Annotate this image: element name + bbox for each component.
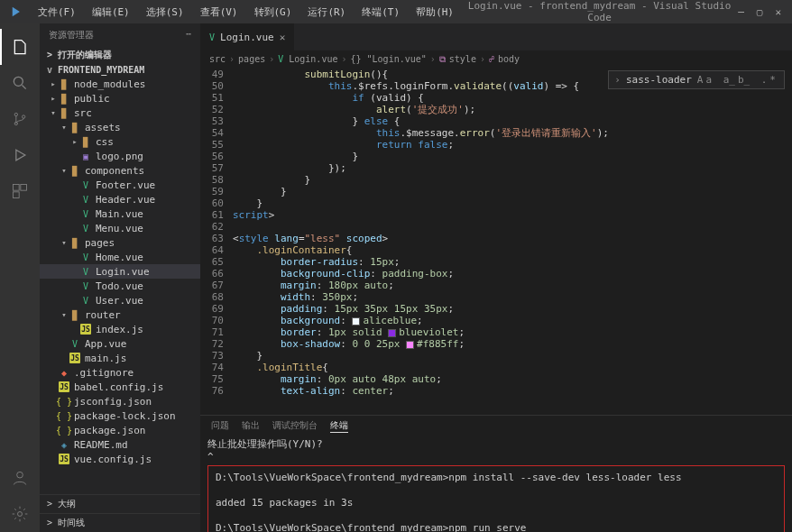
menu-file[interactable]: 文件(F) [31, 3, 83, 22]
branch-icon [11, 110, 29, 128]
activity-scm[interactable] [0, 101, 40, 137]
tree-item-package-json[interactable]: { }package.json [40, 423, 200, 437]
tree-item-main-js[interactable]: JSmain.js [40, 351, 200, 365]
title-bar: 文件(F) 编辑(E) 选择(S) 查看(V) 转到(G) 运行(R) 终端(T… [0, 0, 792, 23]
activity-explorer[interactable] [0, 29, 40, 65]
activity-settings[interactable] [0, 496, 40, 532]
editor-body[interactable]: 49 50 51 52 53 54 55 56 57 58 59 60 61 6… [200, 69, 792, 415]
close-icon[interactable]: ✕ [775, 6, 781, 18]
more-icon[interactable]: ⋯ [186, 29, 191, 41]
file-tree: ▸▉node_modules▸▉public▾▉src▾▉assets▸▉css… [40, 77, 200, 494]
tree-item-vue-config[interactable]: JSvue.config.js [40, 452, 200, 466]
activity-account[interactable] [0, 460, 40, 496]
breadcrumb[interactable]: src› pages› VLogin.vue› {} "Login.vue"› … [200, 50, 792, 69]
gear-icon [11, 505, 29, 523]
sidebar-title: 资源管理器⋯ [40, 23, 200, 47]
menu-bar: 文件(F) 编辑(E) 选择(S) 查看(V) 转到(G) 运行(R) 终端(T… [31, 3, 461, 22]
find-options[interactable]: Aa a̲b̲ .* [697, 74, 778, 86]
vue-icon: V [209, 32, 215, 42]
tree-item-header-vue[interactable]: VHeader.vue [40, 192, 200, 206]
minimize-icon[interactable]: ─ [738, 6, 744, 18]
activity-debug[interactable] [0, 137, 40, 173]
activity-search[interactable] [0, 65, 40, 101]
tree-item-todo-vue[interactable]: VTodo.vue [40, 279, 200, 293]
tree-item-app-vue[interactable]: VApp.vue [40, 336, 200, 351]
tree-item-css[interactable]: ▸▉css [40, 134, 200, 149]
find-input[interactable]: sass-loader [626, 74, 692, 86]
terminal-prompt: 终止批处理操作吗(Y/N)? [207, 438, 785, 451]
panel-tab-debug[interactable]: 调试控制台 [272, 419, 318, 433]
tree-item-node-modules[interactable]: ▸▉node_modules [40, 77, 200, 91]
bottom-panel: 问题 输出 调试控制台 终端 终止批处理操作吗(Y/N)? ^ D:\Tools… [200, 415, 792, 532]
tree-item-components[interactable]: ▾▉components [40, 163, 200, 178]
window-title: Login.vue - frontend_mydream - Visual St… [461, 0, 738, 23]
highlighted-terminal-block: D:\Tools\VueWorkSpace\frontend_mydream>n… [207, 465, 785, 532]
line-gutter: 49 50 51 52 53 54 55 56 57 58 59 60 61 6… [200, 69, 233, 415]
svg-point-7 [17, 472, 23, 478]
timeline-section[interactable]: > 时间线 [40, 513, 200, 532]
svg-point-0 [14, 77, 23, 86]
panel-tab-output[interactable]: 输出 [242, 419, 260, 433]
tree-item-jsconfig[interactable]: { }jsconfig.json [40, 394, 200, 408]
menu-terminal[interactable]: 终端(T) [355, 3, 407, 22]
find-widget[interactable]: › sass-loader Aa a̲b̲ .* [608, 70, 785, 89]
search-icon [11, 74, 29, 92]
play-icon [11, 146, 29, 164]
account-icon [11, 469, 29, 487]
editor-area: V Login.vue ✕ src› pages› VLogin.vue› {}… [200, 23, 792, 532]
menu-help[interactable]: 帮助(H) [409, 3, 461, 22]
extensions-icon [11, 182, 29, 200]
tree-item-package-lock[interactable]: { }package-lock.json [40, 408, 200, 423]
workspace-root[interactable]: v FRONTEND_MYDREAM [40, 63, 200, 77]
tree-item-public[interactable]: ▸▉public [40, 91, 200, 105]
tab-login-vue[interactable]: V Login.vue ✕ [200, 23, 295, 50]
tree-item-menu-vue[interactable]: VMenu.vue [40, 221, 200, 235]
maximize-icon[interactable]: ▢ [757, 6, 763, 18]
panel-tabs: 问题 输出 调试控制台 终端 [200, 416, 792, 435]
vscode-logo-icon [11, 5, 23, 18]
terminal[interactable]: 终止批处理操作吗(Y/N)? ^ D:\Tools\VueWorkSpace\f… [200, 435, 792, 532]
svg-point-3 [23, 115, 25, 118]
tree-item-readme[interactable]: ◈README.md [40, 437, 200, 452]
tree-item-assets[interactable]: ▾▉assets [40, 120, 200, 134]
tree-item-login-vue[interactable]: VLogin.vue [40, 264, 200, 279]
window-controls: ─ ▢ ✕ [738, 6, 788, 18]
menu-select[interactable]: 选择(S) [139, 3, 191, 22]
tree-item-src[interactable]: ▾▉src [40, 105, 200, 120]
tree-item-pages[interactable]: ▾▉pages [40, 235, 200, 250]
chevron-right-icon[interactable]: › [614, 74, 621, 86]
svg-point-8 [18, 512, 23, 517]
panel-tab-problems[interactable]: 问题 [211, 419, 229, 433]
svg-rect-5 [21, 185, 27, 191]
tree-item-babel-config[interactable]: JSbabel.config.js [40, 380, 200, 394]
tree-item-main-vue[interactable]: VMain.vue [40, 206, 200, 221]
tab-label: Login.vue [220, 32, 274, 43]
tree-item-logo[interactable]: ▣logo.png [40, 149, 200, 163]
activity-bar [0, 23, 40, 532]
activity-extensions[interactable] [0, 173, 40, 209]
tree-item-index-js[interactable]: JSindex.js [40, 322, 200, 336]
menu-view[interactable]: 查看(V) [193, 3, 245, 22]
files-icon [12, 38, 30, 56]
outline-section[interactable]: > 大纲 [40, 494, 200, 513]
tree-item-home-vue[interactable]: VHome.vue [40, 250, 200, 264]
tree-item-router[interactable]: ▾▉router [40, 307, 200, 322]
tab-close-icon[interactable]: ✕ [280, 32, 286, 43]
svg-rect-6 [14, 192, 20, 198]
svg-point-1 [14, 113, 17, 115]
open-editors-section[interactable]: > 打开的编辑器 [40, 47, 200, 63]
svg-rect-4 [14, 185, 20, 191]
code-content[interactable]: submitLogin(){ this.$refs.loginForm.vali… [233, 69, 792, 415]
explorer-sidebar: 资源管理器⋯ > 打开的编辑器 v FRONTEND_MYDREAM ▸▉nod… [40, 23, 200, 532]
menu-edit[interactable]: 编辑(E) [85, 3, 137, 22]
tree-item-user-vue[interactable]: VUser.vue [40, 293, 200, 307]
tree-item-gitignore[interactable]: ◆.gitignore [40, 365, 200, 380]
tree-item-footer-vue[interactable]: VFooter.vue [40, 178, 200, 192]
menu-run[interactable]: 运行(R) [300, 3, 353, 22]
menu-goto[interactable]: 转到(G) [247, 3, 299, 22]
panel-tab-terminal[interactable]: 终端 [330, 419, 348, 433]
editor-tabs: V Login.vue ✕ [200, 23, 792, 50]
